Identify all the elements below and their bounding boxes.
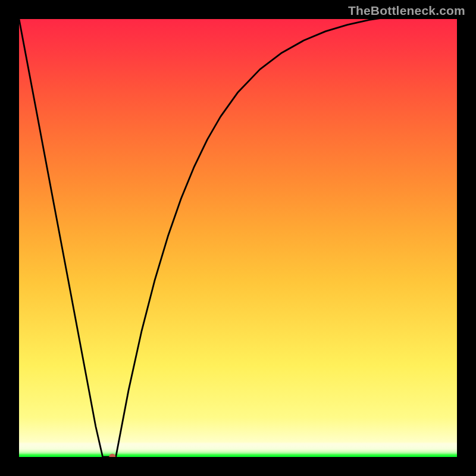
chart-frame: TheBottleneck.com [0, 0, 476, 476]
watermark-text: TheBottleneck.com [348, 4, 465, 18]
curve-layer [19, 19, 457, 457]
optimal-point-marker [109, 454, 115, 458]
plot-area [19, 19, 457, 457]
bottleneck-curve [19, 19, 457, 457]
